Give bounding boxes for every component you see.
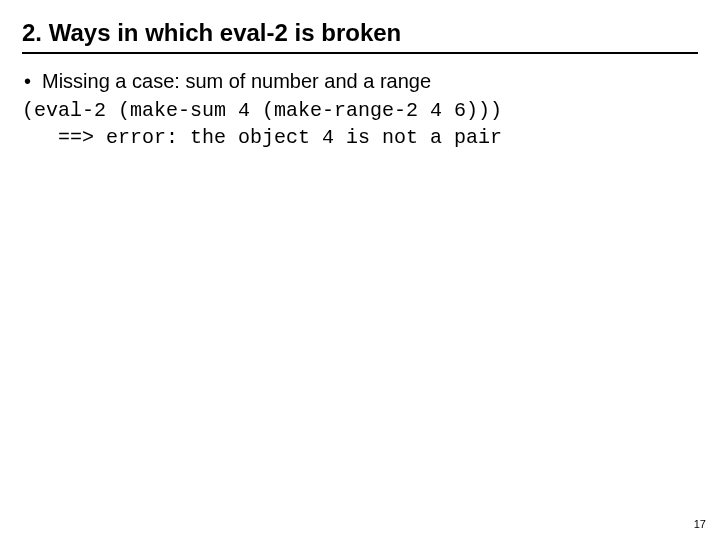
slide-body: • Missing a case: sum of number and a ra… <box>22 68 698 151</box>
page-number: 17 <box>694 518 706 530</box>
bullet-dot-icon: • <box>22 68 42 95</box>
slide-title: 2. Ways in which eval-2 is broken <box>22 18 698 48</box>
code-block: (eval-2 (make-sum 4 (make-range-2 4 6)))… <box>22 97 698 151</box>
bullet-text: Missing a case: sum of number and a rang… <box>42 68 698 95</box>
code-line-2: ==> error: the object 4 is not a pair <box>22 126 502 149</box>
slide: 2. Ways in which eval-2 is broken • Miss… <box>0 0 720 540</box>
code-line-1: (eval-2 (make-sum 4 (make-range-2 4 6))) <box>22 99 502 122</box>
title-underline <box>22 52 698 54</box>
bullet-item: • Missing a case: sum of number and a ra… <box>22 68 698 95</box>
